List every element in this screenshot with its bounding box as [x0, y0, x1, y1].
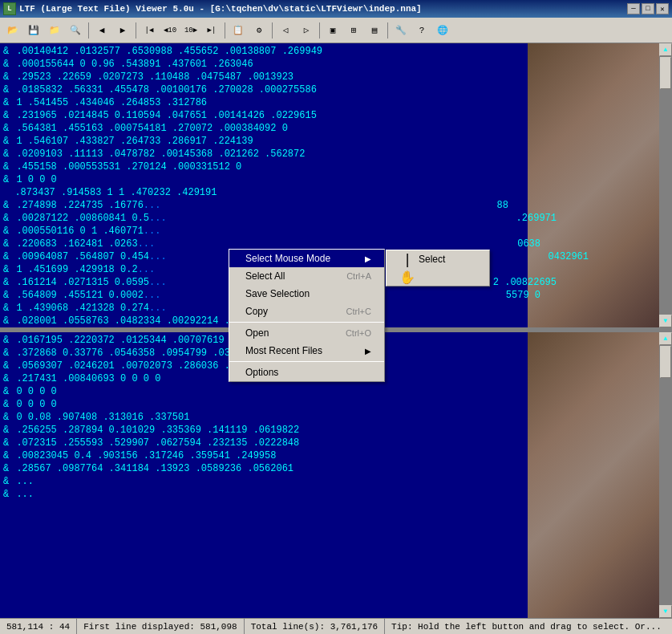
app-icon: L — [3, 2, 16, 15]
submenu-arrow-icon: ▶ — [365, 254, 371, 263]
list-item: & .00287122 .00860841 0.5....269971 — [3, 212, 653, 225]
skip-prev-button[interactable]: ◀10 — [160, 22, 180, 39]
submenu-select-mouse-mode: | Select ✋ — [386, 250, 490, 287]
list-item: & .00140412 .0132577 .6530988 .455652 .0… — [3, 45, 653, 58]
menu-shortcut: Ctrl+C — [346, 307, 371, 316]
submenu-item-hand[interactable]: ✋ — [387, 268, 489, 286]
list-item: & .00823045 0.4 .903156 .317246 .359541 … — [3, 449, 653, 462]
list-item: & .29523 .22659 .0207273 .110488 .047548… — [3, 71, 653, 83]
hand-cursor-icon: ✋ — [399, 269, 415, 285]
menu-shortcut: Ctrl+A — [346, 271, 371, 281]
status-bar: 581,114 : 44 First line displayed: 581,0… — [0, 618, 672, 634]
scroll-down-button-lower[interactable]: ▼ — [659, 605, 672, 618]
cursor-position: 581,114 : 44 — [0, 619, 77, 634]
close-button[interactable]: ✕ — [656, 3, 669, 14]
folder-button[interactable]: 📁 — [45, 22, 64, 39]
list-item: & .274898 .224735 .16776...88 — [3, 199, 653, 212]
submenu-arrow-icon: ▶ — [365, 347, 371, 356]
first-button[interactable]: |◀ — [140, 22, 159, 39]
menu-item-open[interactable]: Open Ctrl+O — [229, 324, 384, 342]
list-item: .873437 .914583 1 1 .470232 .429191 — [3, 186, 653, 199]
globe-button[interactable]: 🌐 — [433, 22, 452, 39]
list-item: & 1 .546107 .433827 .264733 .286917 .224… — [3, 135, 653, 148]
menu-item-save-selection[interactable]: Save Selection — [229, 285, 384, 303]
list-item: & .072315 .255593 .529907 .0627594 .2321… — [3, 437, 653, 449]
config-button[interactable]: 🔧 — [391, 22, 411, 39]
menu-item-label: Most Recent Files — [245, 345, 322, 356]
list-item: & 0 0 0 0 — [3, 398, 653, 411]
prev-button[interactable]: ◀ — [92, 22, 111, 39]
window-title: LTF (Large Text File) Viewer 5.0u - [G:\… — [19, 4, 627, 14]
submenu-item-label: Select — [419, 254, 445, 265]
help-button[interactable]: ? — [412, 22, 431, 39]
menu-item-select-mouse-mode[interactable]: Select Mouse Mode ▶ — [229, 250, 384, 267]
list-item: & .564381 .455163 .000754181 .270072 .00… — [3, 122, 653, 135]
separator-6 — [387, 22, 388, 39]
split-button[interactable]: ⊞ — [344, 22, 363, 39]
list-item: & ... — [3, 475, 653, 488]
total-lines-status: Total line(s): 3,761,176 — [245, 619, 385, 634]
view-button[interactable]: ▤ — [365, 22, 384, 39]
menu-separator-2 — [229, 361, 384, 362]
menu-item-label: Copy — [245, 306, 268, 317]
list-item: & .0185832 .56331 .455478 .00100176 .270… — [3, 83, 653, 96]
copy-button[interactable]: 📋 — [229, 22, 248, 39]
open-button[interactable]: 📂 — [3, 22, 22, 39]
separator-5 — [319, 22, 320, 39]
ibeam-cursor-icon: | — [399, 251, 415, 267]
menu-item-recent-files[interactable]: Most Recent Files ▶ — [229, 342, 384, 360]
search-button[interactable]: 🔍 — [66, 22, 85, 39]
title-bar: L LTF (Large Text File) Viewer 5.0u - [G… — [0, 0, 672, 18]
list-item: & .000155644 0 0.96 .543891 .437601 .263… — [3, 58, 653, 71]
menu-separator-1 — [229, 322, 384, 323]
context-menu: Select Mouse Mode ▶ Select All Ctrl+A Sa… — [229, 249, 385, 382]
list-item: & .256255 .287894 0.101029 .335369 .1411… — [3, 424, 653, 437]
menu-item-label: Select All — [245, 270, 285, 282]
first-line-status: First line displayed: 581,098 — [77, 619, 244, 634]
next-button[interactable]: ▶ — [113, 22, 132, 39]
menu-item-copy[interactable]: Copy Ctrl+C — [229, 303, 384, 320]
skip-next-button[interactable]: 10▶ — [181, 22, 200, 39]
settings-button[interactable]: ⚙ — [249, 22, 269, 39]
menu-item-label: Save Selection — [245, 288, 310, 299]
list-item: & 1 .541455 .434046 .264853 .312786 — [3, 96, 653, 109]
menu-item-label: Select Mouse Mode — [245, 253, 330, 264]
toolbar: 📂 💾 📁 🔍 ◀ ▶ |◀ ◀10 10▶ ▶| 📋 ⚙ ◁ ▷ ▣ ⊞ ▤ … — [0, 18, 672, 43]
nav-right-button[interactable]: ▷ — [297, 22, 316, 39]
tip-status: Tip: Hold the left button and drag to se… — [385, 619, 672, 634]
list-item: & ... — [3, 488, 653, 501]
minimize-button[interactable]: ─ — [627, 3, 640, 14]
menu-item-options[interactable]: Options — [229, 364, 384, 381]
menu-item-label: Open — [245, 327, 269, 339]
menu-shortcut: Ctrl+O — [346, 328, 371, 338]
list-item: & .28567 .0987764 .341184 .13923 .058923… — [3, 462, 653, 475]
save-button[interactable]: 💾 — [24, 22, 43, 39]
list-item: & .000550116 0 1 .460771... — [3, 225, 653, 238]
maximize-button[interactable]: □ — [642, 3, 654, 14]
screen-button[interactable]: ▣ — [323, 22, 342, 39]
menu-item-label: Options — [245, 367, 278, 378]
window-controls: ─ □ ✕ — [627, 3, 669, 14]
list-item: & 1 0 0 0 — [3, 173, 653, 186]
list-item: & .455158 .000553531 .270124 .000331512 … — [3, 161, 653, 173]
separator-2 — [136, 22, 136, 39]
list-item: & 0 0 0 0 — [3, 385, 653, 398]
last-button[interactable]: ▶| — [202, 22, 221, 39]
nav-left-button[interactable]: ◁ — [276, 22, 295, 39]
list-item: & .0209103 .11113 .0478782 .00145368 .02… — [3, 148, 653, 161]
separator-1 — [88, 22, 89, 39]
menu-item-select-all[interactable]: Select All Ctrl+A — [229, 267, 384, 285]
submenu-item-select[interactable]: | Select — [387, 250, 489, 268]
list-item: & 0 0.08 .907408 .313016 .337501 — [3, 411, 653, 424]
separator-3 — [225, 22, 225, 39]
separator-4 — [272, 22, 273, 39]
list-item: & .231965 .0214845 0.110594 .047651 .001… — [3, 109, 653, 122]
